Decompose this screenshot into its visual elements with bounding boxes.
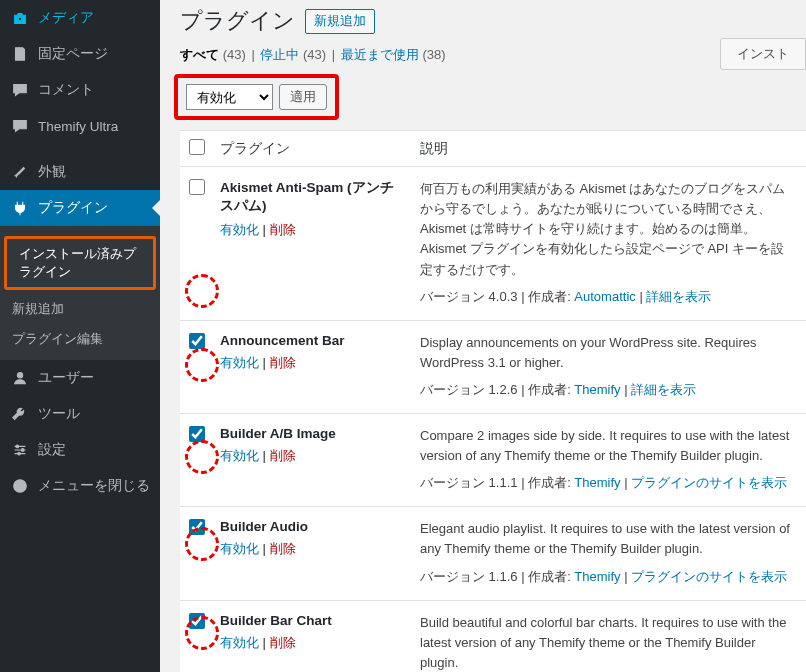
filter-all-label[interactable]: すべて xyxy=(180,47,219,62)
page-title: プラグイン xyxy=(180,6,295,36)
row-checkbox[interactable] xyxy=(189,613,205,629)
activate-link[interactable]: 有効化 xyxy=(220,448,259,463)
table-row: Builder A/B Image有効化 | 削除Compare 2 image… xyxy=(180,413,806,506)
sidebar-item-label: ユーザー xyxy=(38,369,94,387)
delete-link[interactable]: 削除 xyxy=(270,448,296,463)
select-all-checkbox[interactable] xyxy=(189,139,205,155)
sliders-icon xyxy=(10,440,30,460)
sidebar-subitem-installed[interactable]: インストール済みプラグイン xyxy=(7,239,153,287)
bulk-apply-button[interactable]: 適用 xyxy=(279,84,327,110)
plugin-site-link[interactable]: プラグインのサイトを表示 xyxy=(631,475,787,490)
author-link[interactable]: Themify xyxy=(574,382,620,397)
sidebar-item-label: ツール xyxy=(38,405,80,423)
doc-icon xyxy=(10,44,30,64)
sidebar-item-settings[interactable]: 設定 xyxy=(0,432,160,468)
plugin-name: Builder Bar Chart xyxy=(220,613,400,628)
chat-dots-icon xyxy=(10,116,30,136)
plugin-description: 何百万もの利用実績がある Akismet はあなたのブログをスパムから守るでしょ… xyxy=(420,179,796,280)
plugin-name: Builder Audio xyxy=(220,519,400,534)
col-description[interactable]: 説明 xyxy=(410,131,806,167)
activate-link[interactable]: 有効化 xyxy=(220,355,259,370)
svg-point-1 xyxy=(19,123,21,125)
plugin-site-link[interactable]: プラグインのサイトを表示 xyxy=(631,569,787,584)
col-plugin[interactable]: プラグイン xyxy=(210,131,410,167)
camera-icon xyxy=(10,8,30,28)
plugin-name: Akismet Anti-Spam (アンチスパム) xyxy=(220,179,400,215)
details-link[interactable]: 詳細を表示 xyxy=(646,289,711,304)
delete-link[interactable]: 削除 xyxy=(270,541,296,556)
row-checkbox[interactable] xyxy=(189,333,205,349)
sidebar-item-label: メディア xyxy=(38,9,94,27)
main-content: プラグイン 新規追加 すべて (43) | 停止中 (43) | 最近まで使用 … xyxy=(160,0,806,672)
wrench-icon xyxy=(10,404,30,424)
sidebar-item-label: 設定 xyxy=(38,441,66,459)
plugin-description: Build beautiful and colorful bar charts.… xyxy=(420,613,796,672)
sidebar-subitem-editor[interactable]: プラグイン編集 xyxy=(0,324,160,354)
sidebar-subitem-add[interactable]: 新規追加 xyxy=(0,294,160,324)
delete-link[interactable]: 削除 xyxy=(270,635,296,650)
svg-point-5 xyxy=(21,449,24,452)
bulk-actions-highlight: 有効化 適用 xyxy=(174,74,339,120)
row-checkbox[interactable] xyxy=(189,179,205,195)
author-link[interactable]: Themify xyxy=(574,569,620,584)
plugin-description: Compare 2 images side by side. It requir… xyxy=(420,426,796,466)
plugin-description: Elegant audio playlist. It requires to u… xyxy=(420,519,796,559)
sidebar-item-label: コメント xyxy=(38,81,94,99)
activate-link[interactable]: 有効化 xyxy=(220,541,259,556)
svg-point-4 xyxy=(16,445,19,448)
sidebar-item-appearance[interactable]: 外観 xyxy=(0,154,160,190)
plugin-meta: バージョン 1.1.6 | 作成者: Themify | プラグインのサイトを表… xyxy=(420,568,796,586)
row-checkbox[interactable] xyxy=(189,426,205,442)
comment-icon xyxy=(10,80,30,100)
sidebar-item-themify[interactable]: Themify Ultra xyxy=(0,108,160,144)
plugin-meta: バージョン 1.1.1 | 作成者: Themify | プラグインのサイトを表… xyxy=(420,474,796,492)
collapse-icon xyxy=(10,476,30,496)
svg-point-0 xyxy=(16,123,18,125)
filter-recent[interactable]: 最近まで使用 xyxy=(341,47,419,62)
admin-sidebar: メディア固定ページコメントThemify Ultra外観プラグインインストール済… xyxy=(0,0,160,672)
svg-point-3 xyxy=(17,373,22,378)
sidebar-item-collapse[interactable]: メニューを閉じる xyxy=(0,468,160,504)
plugin-description: Display announcements on your WordPress … xyxy=(420,333,796,373)
delete-link[interactable]: 削除 xyxy=(270,222,296,237)
brush-icon xyxy=(10,162,30,182)
table-row: Announcement Bar有効化 | 削除Display announce… xyxy=(180,320,806,413)
filter-inactive[interactable]: 停止中 xyxy=(260,47,299,62)
add-new-button[interactable]: 新規追加 xyxy=(305,9,375,34)
sidebar-item-label: 固定ページ xyxy=(38,45,108,63)
plug-icon xyxy=(10,198,30,218)
bulk-action-select[interactable]: 有効化 xyxy=(186,84,273,110)
sidebar-item-media[interactable]: メディア xyxy=(0,0,160,36)
plugin-meta: バージョン 1.2.6 | 作成者: Themify | 詳細を表示 xyxy=(420,381,796,399)
sidebar-item-users[interactable]: ユーザー xyxy=(0,360,160,396)
plugins-table: プラグイン 説明 Akismet Anti-Spam (アンチスパム)有効化 |… xyxy=(180,130,806,672)
user-icon xyxy=(10,368,30,388)
plugin-filters: すべて (43) | 停止中 (43) | 最近まで使用 (38) xyxy=(180,46,806,64)
sidebar-item-label: プラグイン xyxy=(38,199,108,217)
row-checkbox[interactable] xyxy=(189,519,205,535)
sidebar-item-label: 外観 xyxy=(38,163,66,181)
plugin-name: Builder A/B Image xyxy=(220,426,400,441)
svg-point-6 xyxy=(18,452,21,455)
sidebar-item-tools[interactable]: ツール xyxy=(0,396,160,432)
author-link[interactable]: Themify xyxy=(574,475,620,490)
sidebar-item-label: メニューを閉じる xyxy=(38,477,150,495)
activate-link[interactable]: 有効化 xyxy=(220,635,259,650)
svg-point-2 xyxy=(22,123,24,125)
table-row: Builder Audio有効化 | 削除Elegant audio playl… xyxy=(180,507,806,600)
plugin-meta: バージョン 4.0.3 | 作成者: Automattic | 詳細を表示 xyxy=(420,288,796,306)
install-button-partial[interactable]: インスト xyxy=(720,38,806,70)
sidebar-item-plugins[interactable]: プラグイン xyxy=(0,190,160,226)
sidebar-item-comments[interactable]: コメント xyxy=(0,72,160,108)
table-row: Builder Bar Chart有効化 | 削除Build beautiful… xyxy=(180,600,806,672)
activate-link[interactable]: 有効化 xyxy=(220,222,259,237)
plugin-name: Announcement Bar xyxy=(220,333,400,348)
author-link[interactable]: Automattic xyxy=(574,289,635,304)
sidebar-item-label: Themify Ultra xyxy=(38,119,118,134)
delete-link[interactable]: 削除 xyxy=(270,355,296,370)
table-row: Akismet Anti-Spam (アンチスパム)有効化 | 削除何百万もの利… xyxy=(180,167,806,321)
sidebar-item-pages[interactable]: 固定ページ xyxy=(0,36,160,72)
details-link[interactable]: 詳細を表示 xyxy=(631,382,696,397)
